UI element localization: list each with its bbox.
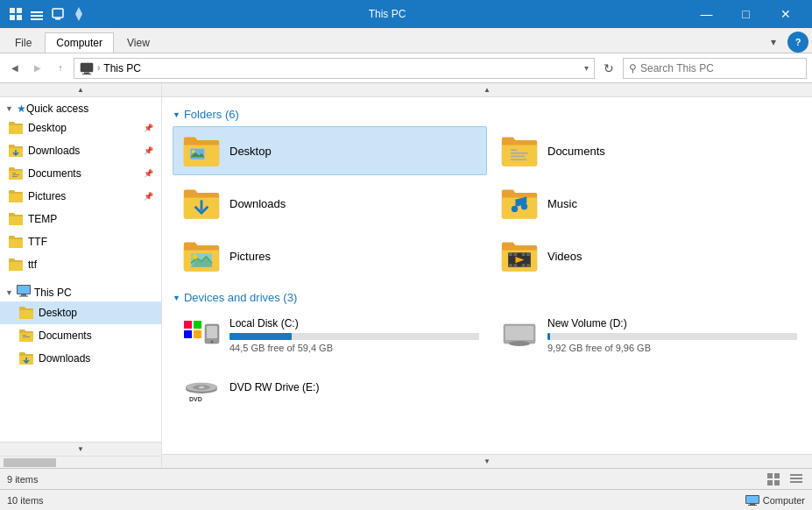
svg-rect-20 bbox=[23, 335, 26, 336]
folders-section-header[interactable]: ▼ Folders (6) bbox=[173, 104, 805, 126]
sidebar-scroll-up[interactable]: ▲ bbox=[0, 83, 161, 97]
pin-icon-desktop: 📌 bbox=[144, 124, 156, 132]
desktop-icon-wrap bbox=[180, 132, 222, 169]
temp-folder-icon bbox=[7, 210, 25, 228]
sidebar-item-downloads[interactable]: Downloads 📌 bbox=[0, 139, 161, 162]
panel-scroll-up[interactable]: ▲ bbox=[162, 83, 812, 97]
close-button[interactable]: ✕ bbox=[766, 0, 805, 28]
svg-rect-63 bbox=[767, 480, 773, 485]
folder-grid: Desktop D bbox=[173, 126, 805, 280]
device-item-e[interactable]: DVD DVD RW Drive (E:) bbox=[173, 364, 805, 414]
svg-rect-4 bbox=[31, 11, 43, 13]
refresh-button[interactable]: ↻ bbox=[598, 58, 619, 79]
ttf-folder-icon-lower bbox=[7, 256, 25, 273]
folder-item-documents[interactable]: Documents bbox=[491, 126, 805, 175]
svg-marker-9 bbox=[75, 7, 82, 21]
path-text: This PC bbox=[103, 62, 141, 74]
tab-view[interactable]: View bbox=[116, 32, 161, 53]
svg-rect-14 bbox=[12, 174, 19, 175]
sidebar-downloads-label: Downloads bbox=[28, 145, 144, 157]
sidebar-scroll-down[interactable]: ▼ bbox=[0, 442, 161, 456]
svg-rect-39 bbox=[522, 252, 526, 256]
devices-grid: Local Disk (C:) 44,5 GB free of 59,4 GB bbox=[173, 309, 805, 360]
sidebar-hscroll-thumb bbox=[4, 458, 56, 467]
path-chevron-icon: › bbox=[97, 63, 100, 73]
device-d-info: New Volume (D:) 9,92 GB free of 9,96 GB bbox=[547, 317, 797, 353]
tab-file[interactable]: File bbox=[4, 32, 43, 53]
bottom-status-bar: 10 items Computer bbox=[0, 489, 812, 510]
quicklaunch-icon-2[interactable] bbox=[28, 5, 46, 23]
sidebar-item-desktop[interactable]: Desktop 📌 bbox=[0, 117, 161, 139]
svg-rect-28 bbox=[511, 159, 526, 160]
folder-item-downloads[interactable]: Downloads bbox=[173, 179, 487, 228]
this-pc-section[interactable]: ▼ This PC bbox=[0, 280, 161, 301]
svg-rect-64 bbox=[774, 480, 780, 485]
quick-access-star-icon: ★ bbox=[17, 103, 26, 115]
device-item-c[interactable]: Local Disk (C:) 44,5 GB free of 59,4 GB bbox=[173, 309, 487, 360]
sidebar-item-documents[interactable]: Documents 📌 bbox=[0, 162, 161, 185]
svg-rect-0 bbox=[10, 8, 15, 13]
folder-item-pictures[interactable]: Pictures bbox=[173, 231, 487, 280]
device-c-name: Local Disk (C:) bbox=[229, 317, 479, 329]
svg-rect-2 bbox=[10, 15, 15, 20]
svg-rect-5 bbox=[31, 15, 43, 17]
desktop-folder-icon bbox=[7, 119, 25, 137]
sidebar-horizontal-scrollbar[interactable] bbox=[0, 456, 161, 468]
sidebar-ttf-upper-label: TTF bbox=[28, 236, 156, 248]
pictures-folder-label: Pictures bbox=[229, 250, 271, 263]
svg-text:DVD: DVD bbox=[189, 396, 202, 402]
folder-item-desktop[interactable]: Desktop bbox=[173, 126, 487, 175]
ribbon-chevron-icon[interactable]: ▾ bbox=[763, 32, 784, 53]
sidebar-item-this-pc-downloads[interactable]: Downloads bbox=[0, 347, 161, 370]
devices-section-header[interactable]: ▼ Devices and drives (3) bbox=[173, 287, 805, 309]
sidebar-pictures-label: Pictures bbox=[28, 190, 144, 202]
folder-item-music[interactable]: Music bbox=[491, 179, 805, 228]
sidebar-item-this-pc-desktop[interactable]: Desktop bbox=[0, 301, 161, 324]
sidebar-item-this-pc-documents[interactable]: Documents bbox=[0, 324, 161, 347]
svg-rect-10 bbox=[81, 63, 93, 72]
maximize-button[interactable]: □ bbox=[726, 0, 766, 28]
svg-rect-48 bbox=[184, 330, 192, 338]
path-dropdown-icon[interactable]: ▾ bbox=[584, 63, 589, 73]
device-c-progress-wrap bbox=[229, 333, 479, 340]
back-button[interactable]: ◀ bbox=[5, 59, 25, 78]
search-input[interactable] bbox=[640, 62, 801, 74]
device-d-progress-fill bbox=[547, 333, 550, 340]
pin-icon-pictures: 📌 bbox=[144, 192, 156, 201]
tab-computer[interactable]: Computer bbox=[45, 32, 114, 53]
sidebar-item-temp[interactable]: TEMP bbox=[0, 208, 161, 230]
quick-access-section[interactable]: ▼ ★ Quick access bbox=[0, 97, 161, 117]
ribbon-tabs: File Computer View ▾ ? bbox=[0, 28, 812, 53]
folder-item-videos[interactable]: Videos bbox=[491, 231, 805, 280]
svg-rect-18 bbox=[21, 294, 26, 296]
svg-rect-69 bbox=[746, 496, 759, 503]
pin-icon[interactable] bbox=[70, 5, 88, 23]
svg-rect-17 bbox=[18, 286, 30, 294]
status-bar: 9 items bbox=[0, 468, 812, 489]
minimize-button[interactable]: — bbox=[687, 0, 726, 28]
panel-scroll-down[interactable]: ▼ bbox=[162, 454, 812, 468]
forward-button[interactable]: ▶ bbox=[28, 59, 47, 78]
svg-rect-13 bbox=[12, 173, 16, 174]
this-pc-icon bbox=[17, 285, 31, 300]
quicklaunch-icon-3[interactable] bbox=[49, 5, 67, 23]
sidebar-item-ttf-lower[interactable]: ttf bbox=[0, 253, 161, 276]
device-item-d[interactable]: New Volume (D:) 9,92 GB free of 9,96 GB bbox=[491, 309, 805, 360]
svg-rect-44 bbox=[526, 264, 530, 267]
address-path[interactable]: › This PC ▾ bbox=[74, 58, 595, 79]
sidebar-desktop-label: Desktop bbox=[28, 122, 144, 134]
svg-point-59 bbox=[199, 386, 204, 389]
svg-rect-46 bbox=[184, 321, 192, 329]
quicklaunch-icon-1[interactable] bbox=[7, 5, 25, 23]
up-button[interactable]: ↑ bbox=[51, 59, 70, 78]
view-medium-icons-button[interactable] bbox=[765, 471, 782, 488]
path-pc-icon bbox=[80, 61, 94, 75]
view-details-button[interactable] bbox=[787, 471, 805, 488]
desktop-folder-label: Desktop bbox=[229, 145, 272, 158]
sidebar-item-ttf-upper[interactable]: TTF bbox=[0, 230, 161, 253]
sidebar-item-pictures[interactable]: Pictures 📌 bbox=[0, 185, 161, 208]
window-controls: — □ ✕ bbox=[687, 0, 805, 28]
svg-point-31 bbox=[521, 203, 527, 209]
help-button[interactable]: ? bbox=[787, 32, 808, 53]
device-d-space: 9,92 GB free of 9,96 GB bbox=[547, 343, 797, 353]
